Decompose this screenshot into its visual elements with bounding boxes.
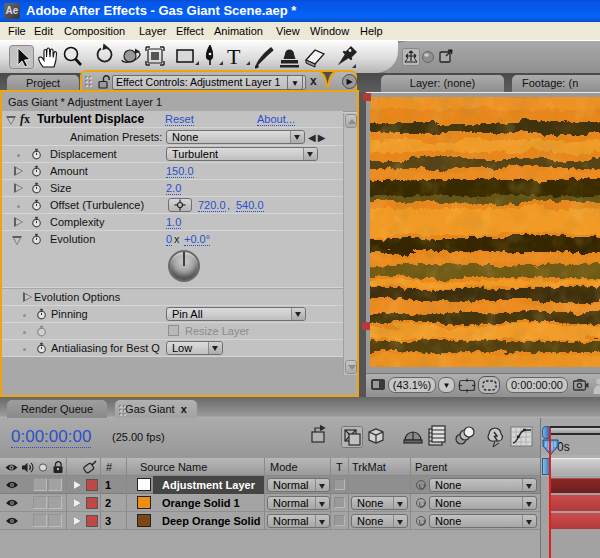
svg-text:T: T bbox=[227, 44, 241, 69]
